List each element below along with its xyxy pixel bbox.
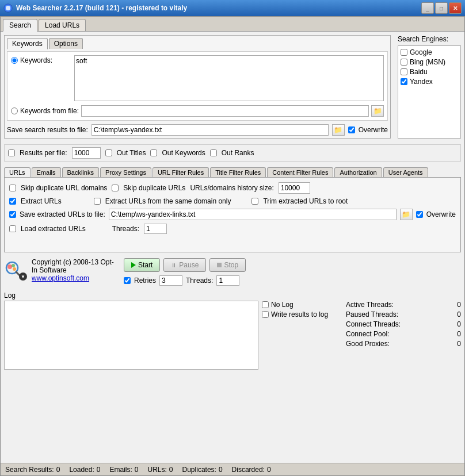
radio-file[interactable] [11, 108, 18, 114]
status-duplicates: Duplicates: 0 [182, 466, 223, 474]
write-results-checkbox[interactable] [262, 311, 269, 318]
load-extracted-checkbox[interactable] [9, 225, 16, 232]
sub-tab-options[interactable]: Options [49, 38, 83, 49]
se-yandex: Yandex [401, 78, 458, 86]
url-tab-proxy[interactable]: Proxy Settings [100, 167, 151, 177]
history-size-label: URLs/domains history size: [190, 184, 273, 192]
stop-button[interactable]: Stop [209, 258, 246, 272]
url-tab-emails[interactable]: Emails [32, 167, 61, 177]
minimize-button[interactable]: _ [421, 2, 434, 14]
keywords-row: Keywords: soft [11, 55, 384, 103]
maximize-button[interactable]: □ [435, 2, 448, 14]
se-google: Google [401, 48, 458, 56]
se-baidu-label: Baidu [410, 68, 428, 76]
save-extracted-label: Save extracted URLs to file: [20, 210, 105, 218]
tab-search[interactable]: Search [3, 19, 37, 32]
stat-connect-pool: Connect Pool: 0 [346, 330, 461, 338]
threads-input[interactable] [216, 275, 239, 286]
extract-urls-label: Extract URLs [21, 197, 62, 205]
pause-button[interactable]: ⏸ Pause [163, 258, 206, 272]
skip-domains-checkbox[interactable] [9, 185, 16, 191]
write-results-row: Write results to log [262, 310, 342, 318]
keywords-textarea[interactable]: soft [74, 55, 384, 101]
no-log-checkbox[interactable] [262, 301, 269, 308]
extract-same-domain-label: Extract URLs from the same domain only [105, 197, 231, 205]
extract-urls-checkbox[interactable] [9, 198, 16, 205]
out-keywords-checkbox[interactable] [150, 149, 157, 156]
url-tab-urls[interactable]: URLs [4, 167, 31, 177]
log-label: Log [4, 291, 461, 300]
url-tab-url-filter[interactable]: URL Filter Rules [153, 167, 209, 177]
tab-load-urls[interactable]: Load URLs [39, 19, 86, 31]
title-bar: Web Searcher 2.2.17 (build 121) - regist… [0, 0, 465, 16]
active-threads-label: Active Threads: [346, 301, 394, 309]
save-results-input[interactable] [92, 124, 329, 136]
start-button[interactable]: Start [124, 258, 160, 272]
log-box [4, 301, 258, 370]
out-ranks-checkbox[interactable] [210, 149, 217, 156]
status-duplicates-label: Duplicates: [182, 466, 216, 474]
app-logo: ▼ [4, 260, 27, 281]
content-area: Keywords Options Keywords: soft [1, 32, 464, 463]
status-urls-label: URLs: [148, 466, 167, 474]
keywords-file-input[interactable] [81, 105, 369, 117]
keywords-label[interactable]: Keywords: [11, 55, 74, 64]
connect-threads-value: 0 [457, 320, 461, 328]
retries-label: Retries [134, 277, 156, 285]
url-threads-input[interactable] [144, 224, 167, 234]
extracted-overwrite-checkbox[interactable] [416, 211, 423, 218]
url-tab-user-agents[interactable]: User Agents [383, 167, 428, 177]
se-yandex-checkbox[interactable] [401, 78, 407, 85]
overwrite-label: Overwrite [359, 126, 388, 134]
no-log-label: No Log [271, 301, 294, 309]
log-options: No Log Write results to log [262, 301, 342, 459]
sub-tab-keywords[interactable]: Keywords [7, 38, 48, 49]
save-extracted-browse-button[interactable]: 📁 [400, 209, 413, 220]
out-titles-checkbox[interactable] [105, 149, 112, 156]
url-tab-authorization[interactable]: Authorization [334, 167, 382, 177]
se-bing-checkbox[interactable] [401, 59, 407, 66]
url-tabs-bar: URLs Emails Backlinks Proxy Settings URL… [4, 167, 461, 178]
results-per-file-checkbox[interactable] [8, 149, 15, 156]
save-label: Save search results to file: [7, 126, 88, 134]
file-label: Keywords from file: [20, 107, 79, 115]
stat-good-proxies: Good Proxies: 0 [346, 340, 461, 348]
results-per-file-input[interactable] [72, 147, 101, 159]
trim-to-root-checkbox[interactable] [251, 198, 258, 205]
paused-threads-value: 0 [457, 310, 461, 318]
status-search-label: Search Results: [5, 466, 54, 474]
website-link[interactable]: www.optinsoft.com [32, 274, 89, 282]
history-size-input[interactable] [279, 182, 310, 194]
skip-urls-checkbox[interactable] [112, 185, 119, 191]
out-titles-label: Out Titles [117, 149, 146, 157]
url-save-row: Save extracted URLs to file: 📁 Overwrite [9, 209, 456, 220]
extracted-overwrite-label: Overwrite [426, 210, 456, 218]
paused-threads-label: Paused Threads: [346, 310, 398, 318]
overwrite-checkbox[interactable] [348, 126, 355, 133]
retries-input[interactable] [159, 275, 182, 286]
dropdown-icon[interactable]: ▼ [19, 272, 27, 281]
extract-same-domain-checkbox[interactable] [94, 198, 101, 205]
connect-pool-value: 0 [457, 330, 461, 338]
se-bing: Bing (MSN) [401, 58, 458, 66]
save-extracted-input[interactable] [109, 209, 397, 220]
write-results-label: Write results to log [271, 310, 328, 318]
save-browse-button[interactable]: 📁 [332, 124, 345, 136]
radio-keywords[interactable] [11, 57, 18, 64]
folder-icon2: 📁 [402, 210, 410, 218]
search-engines-panel: Search Engines: Google Bing (MSN) Bai [398, 35, 461, 139]
url-tab-title-filter[interactable]: Title Filter Rules [210, 167, 266, 177]
retries-checkbox[interactable] [124, 277, 131, 284]
url-tab-backlinks[interactable]: Backlinks [62, 167, 99, 177]
save-extracted-checkbox[interactable] [9, 211, 16, 218]
log-area: No Log Write results to log Active Threa… [4, 301, 461, 459]
se-google-checkbox[interactable] [401, 49, 407, 56]
good-proxies-value: 0 [457, 340, 461, 348]
close-button[interactable]: ✕ [449, 2, 462, 14]
se-baidu-checkbox[interactable] [401, 68, 407, 75]
log-section: Log No Log Write results to log [4, 291, 461, 459]
status-search-value: 0 [56, 466, 60, 474]
keywords-browse-button[interactable]: 📁 [371, 105, 384, 117]
url-tab-content-filter[interactable]: Content Filter Rules [267, 167, 333, 177]
stop-icon [217, 263, 222, 267]
